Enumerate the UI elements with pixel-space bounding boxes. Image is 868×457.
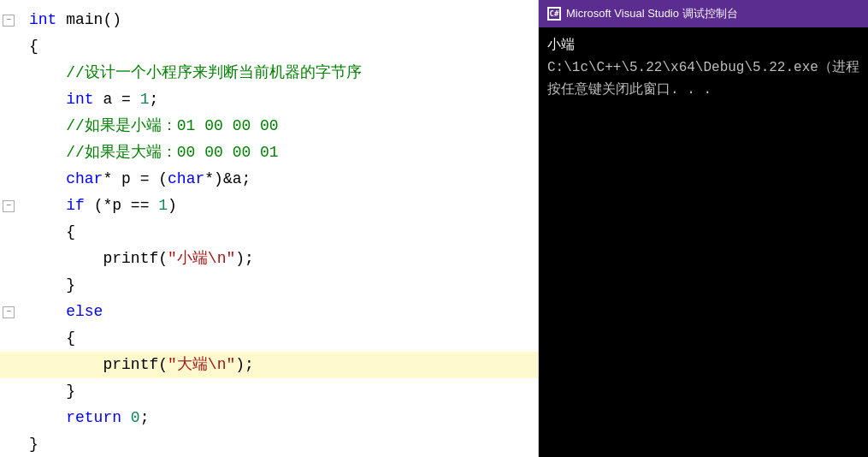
line-code: } — [24, 431, 38, 457]
fold-gutter[interactable]: − — [0, 15, 17, 27]
token-plain: ); — [235, 250, 254, 267]
token-plain — [29, 303, 66, 320]
line-code: { — [24, 325, 75, 352]
line-code: } — [24, 272, 75, 299]
line-code: printf("大端\n"); — [24, 352, 254, 378]
token-num: 0 — [131, 409, 140, 426]
console-output-line: C:\1c\C++\5.22\x64\Debug\5.22.exe（进程 — [547, 56, 859, 79]
token-plain: } — [29, 276, 75, 294]
token-plain: ; — [149, 91, 158, 108]
line-code: //如果是大端：00 00 00 01 — [24, 139, 279, 166]
token-kw: int — [29, 11, 56, 28]
line-code: char* p = (char*)&a; — [24, 166, 251, 193]
code-content: −int main(){ //设计一个小程序来判断当前机器的字节序 int a … — [0, 0, 538, 457]
token-plain: (*p == — [85, 197, 158, 214]
code-line: { — [0, 219, 538, 246]
console-panel: C# Microsoft Visual Studio 调试控制台 小端C:\1c… — [539, 0, 868, 457]
line-code: int a = 1; — [24, 86, 158, 113]
line-code: { — [24, 33, 38, 60]
code-line: { — [0, 33, 538, 60]
line-code: } — [24, 378, 75, 405]
code-line: return 0; — [0, 405, 538, 431]
token-plain — [29, 117, 66, 134]
fold-gutter[interactable]: − — [0, 200, 17, 212]
token-plain: { — [29, 38, 38, 55]
console-output-line: 小端 — [547, 34, 859, 56]
code-line: //设计一个小程序来判断当前机器的字节序 — [0, 60, 538, 86]
line-code: return 0; — [24, 405, 149, 431]
collapse-icon[interactable]: − — [3, 15, 15, 27]
fold-gutter[interactable]: − — [0, 306, 17, 318]
code-line: char* p = (char*)&a; — [0, 166, 538, 193]
token-plain: a = — [94, 91, 140, 108]
code-line: //如果是大端：00 00 00 01 — [0, 139, 538, 166]
code-line: int a = 1; — [0, 86, 538, 113]
token-plain: printf( — [103, 356, 168, 373]
token-plain — [29, 144, 66, 161]
code-line: } — [0, 431, 538, 457]
token-str: "小端\n" — [168, 250, 235, 267]
token-kw: int — [66, 91, 93, 108]
line-code: printf("小端\n"); — [24, 246, 254, 272]
line-code: int main() — [24, 7, 121, 33]
token-kw: char — [66, 170, 103, 187]
console-body: 小端C:\1c\C++\5.22\x64\Debug\5.22.exe（进程按任… — [539, 27, 868, 457]
token-str: "大端\n" — [168, 356, 235, 373]
token-plain — [29, 356, 103, 373]
token-cm: //如果是大端：00 00 00 01 — [66, 144, 278, 161]
token-plain — [29, 409, 66, 426]
console-title: Microsoft Visual Studio 调试控制台 — [566, 6, 738, 21]
line-code: if (*p == 1) — [24, 193, 177, 219]
code-line: } — [0, 272, 538, 299]
token-kw: char — [168, 170, 204, 187]
token-plain: printf( — [103, 250, 168, 267]
token-plain: main() — [56, 11, 121, 28]
token-plain — [29, 91, 66, 108]
token-plain: * p = ( — [103, 170, 168, 187]
token-plain: ; — [140, 409, 150, 426]
token-kw: if — [66, 197, 85, 214]
token-plain: } — [29, 383, 75, 400]
vs-icon: C# — [547, 7, 561, 21]
line-code: //如果是小端：01 00 00 00 — [24, 113, 279, 139]
line-code: { — [24, 219, 75, 246]
console-titlebar: C# Microsoft Visual Studio 调试控制台 — [539, 0, 868, 27]
line-code: //设计一个小程序来判断当前机器的字节序 — [24, 60, 362, 86]
token-plain — [121, 409, 131, 426]
token-plain: { — [29, 223, 75, 240]
code-line: printf("大端\n"); — [0, 352, 538, 378]
code-line: //如果是小端：01 00 00 00 — [0, 113, 538, 139]
token-num: 1 — [158, 197, 168, 214]
code-line: − else — [0, 299, 538, 325]
token-plain: { — [29, 329, 75, 347]
token-cm: //设计一个小程序来判断当前机器的字节序 — [66, 64, 362, 81]
token-plain — [29, 197, 66, 214]
collapse-icon[interactable]: − — [3, 306, 15, 318]
code-line: { — [0, 325, 538, 352]
token-kw: return — [66, 409, 121, 426]
token-num: 1 — [140, 91, 150, 108]
code-line: printf("小端\n"); — [0, 246, 538, 272]
token-plain — [29, 64, 66, 81]
token-plain: ) — [168, 197, 177, 214]
code-editor[interactable]: −int main(){ //设计一个小程序来判断当前机器的字节序 int a … — [0, 0, 539, 457]
token-kw: else — [66, 303, 103, 320]
token-cm: //如果是小端：01 00 00 00 — [66, 117, 278, 134]
token-plain: *)&a; — [204, 170, 251, 187]
code-line: −int main() — [0, 7, 538, 33]
token-plain: ); — [235, 356, 254, 373]
console-output-line: 按任意键关闭此窗口. . . — [547, 79, 859, 101]
code-line: } — [0, 378, 538, 405]
token-plain — [29, 250, 103, 267]
code-line: − if (*p == 1) — [0, 193, 538, 219]
line-code: else — [24, 299, 103, 325]
collapse-icon[interactable]: − — [3, 200, 15, 212]
token-plain — [29, 170, 66, 187]
token-plain: } — [29, 436, 38, 453]
